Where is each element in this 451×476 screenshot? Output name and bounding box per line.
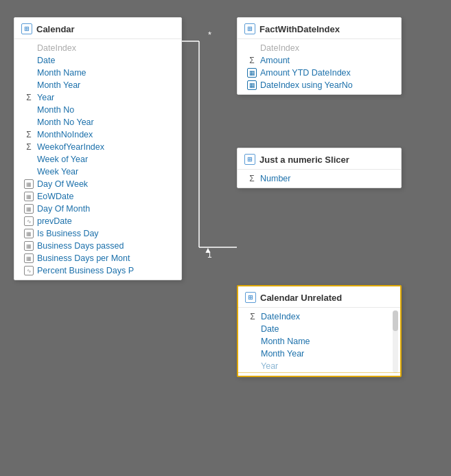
- unrelated-table-card: ⊞ Calendar Unrelated Σ DateIndex Date Mo…: [237, 285, 402, 377]
- field-label: Business Days per Mont: [37, 253, 130, 263]
- calendar-card-header: ⊞ Calendar: [14, 18, 181, 39]
- slicer-card-title: Just a numeric Slicer: [259, 155, 349, 165]
- list-item[interactable]: ▦ Business Days per Mont: [14, 252, 181, 264]
- list-item[interactable]: Month No: [14, 104, 181, 116]
- fact-table-card: ⊞ FactWithDateIndex DateIndex Σ Amount ▦…: [237, 17, 402, 95]
- field-label: Amount: [260, 56, 290, 65]
- field-label: Day Of Month: [37, 204, 90, 214]
- calendar-table-card: ⊞ Calendar DateIndex Date Month Name Mon…: [14, 17, 182, 280]
- list-item[interactable]: Month Year: [238, 348, 400, 360]
- list-item[interactable]: DateIndex: [14, 42, 181, 54]
- list-item[interactable]: ▦ Is Business Day: [14, 227, 181, 240]
- slicer-card-body: Σ Number: [238, 170, 401, 188]
- unrelated-table-icon: ⊞: [245, 292, 256, 303]
- list-item[interactable]: ∿ Percent Business Days P: [14, 264, 181, 277]
- unrelated-card-body: Σ DateIndex Date Month Name Month Year Y…: [238, 308, 400, 376]
- sigma-icon: Σ: [24, 142, 34, 152]
- field-label: Number: [260, 174, 290, 183]
- list-item[interactable]: ▦ EoWDate: [14, 190, 181, 203]
- fact-table-icon: ⊞: [244, 23, 255, 34]
- list-item[interactable]: Σ Year: [14, 91, 181, 104]
- list-item[interactable]: Month Year: [14, 79, 181, 91]
- calendar-field-icon: ▦: [24, 204, 34, 214]
- percent-icon: ∿: [24, 216, 34, 226]
- calendar-field-icon: ▦: [24, 229, 34, 238]
- svg-text:1: 1: [207, 250, 212, 260]
- field-label: Month Year: [261, 349, 304, 359]
- list-item[interactable]: ▦ Business Days passed: [14, 240, 181, 252]
- list-item[interactable]: DateIndex: [238, 42, 401, 54]
- no-icon: [248, 324, 257, 334]
- list-item[interactable]: Date: [238, 323, 400, 335]
- no-icon: [24, 105, 34, 115]
- field-label: DateIndex using YearNo: [260, 80, 353, 90]
- field-label: MonthNoIndex: [37, 130, 93, 139]
- list-item[interactable]: Week of Year: [14, 153, 181, 166]
- list-item[interactable]: ▦ DateIndex using YearNo: [238, 79, 401, 91]
- sigma-icon: Σ: [247, 174, 257, 183]
- sigma-icon: Σ: [24, 93, 34, 102]
- field-label: Percent Business Days P: [37, 266, 134, 275]
- calendar-table-icon: ⊞: [21, 23, 32, 34]
- field-label: Amount YTD DateIndex: [260, 68, 351, 78]
- field-label: EoWDate: [37, 192, 74, 201]
- no-icon: [248, 349, 257, 359]
- field-label: Date: [37, 56, 55, 65]
- list-item[interactable]: Month No Year: [14, 116, 181, 128]
- no-icon: [248, 361, 257, 371]
- no-icon: [24, 167, 34, 177]
- calendar-card-title: Calendar: [36, 24, 75, 34]
- list-item[interactable]: ∿ prevDate: [14, 215, 181, 227]
- calc-icon: ▦: [247, 80, 257, 90]
- field-label: DateIndex: [37, 43, 76, 53]
- field-label: Month Name: [261, 337, 310, 346]
- field-label: Month No Year: [37, 117, 94, 127]
- scrollbar-thumb[interactable]: [393, 310, 398, 331]
- list-item[interactable]: Month Name: [238, 335, 400, 348]
- list-item[interactable]: ▦ Day Of Week: [14, 178, 181, 190]
- list-item[interactable]: Σ WeekofYearIndex: [14, 141, 181, 153]
- calendar-card-body: DateIndex Date Month Name Month Year Σ Y…: [14, 39, 181, 280]
- field-label: Year: [37, 93, 54, 102]
- list-item[interactable]: Year: [238, 360, 400, 373]
- sigma-icon: Σ: [247, 56, 257, 65]
- field-label: Month Name: [37, 68, 86, 78]
- calendar-field-icon: ▦: [24, 192, 34, 201]
- fact-card-body: DateIndex Σ Amount ▦ Amount YTD DateInde…: [238, 39, 401, 94]
- slicer-table-card: ⊞ Just a numeric Slicer Σ Number: [237, 148, 402, 188]
- field-label: WeekofYearIndex: [37, 142, 104, 152]
- field-label: DateIndex: [260, 43, 299, 53]
- svg-text:*: *: [208, 30, 211, 40]
- list-item[interactable]: Σ Number: [238, 172, 401, 185]
- field-label: Month No: [37, 105, 74, 115]
- no-icon: [24, 68, 34, 78]
- list-item[interactable]: ▦ Amount YTD DateIndex: [238, 67, 401, 79]
- list-item[interactable]: Date: [14, 54, 181, 67]
- no-icon: [24, 80, 34, 90]
- field-label: Week of Year: [37, 155, 88, 164]
- calendar-field-icon: ▦: [24, 179, 34, 189]
- slicer-table-icon: ⊞: [244, 154, 255, 165]
- field-label: Business Days passed: [37, 241, 124, 251]
- list-item[interactable]: Week Year: [14, 166, 181, 178]
- svg-text:▲: ▲: [204, 245, 212, 255]
- fact-card-header: ⊞ FactWithDateIndex: [238, 18, 401, 39]
- field-label: Day Of Week: [37, 179, 88, 189]
- calendar-field-icon: ▦: [24, 241, 34, 251]
- list-item[interactable]: Month Name: [14, 67, 181, 79]
- field-label: Is Business Day: [37, 229, 99, 238]
- field-label: Week Year: [37, 167, 78, 177]
- list-item[interactable]: Σ MonthNoIndex: [14, 128, 181, 141]
- no-icon: [247, 43, 257, 53]
- calc-icon: ▦: [247, 68, 257, 78]
- unrelated-card-title: Calendar Unrelated: [260, 293, 342, 303]
- list-item[interactable]: ▦ Day Of Month: [14, 203, 181, 215]
- no-icon: [248, 337, 257, 346]
- sigma-icon: Σ: [24, 130, 34, 139]
- percent-icon: ∿: [24, 266, 34, 275]
- calendar-field-icon: ▦: [24, 253, 34, 263]
- field-label: Date: [261, 324, 279, 334]
- list-item[interactable]: Σ DateIndex: [238, 310, 400, 323]
- field-label: Month Year: [37, 80, 80, 90]
- list-item[interactable]: Σ Amount: [238, 54, 401, 67]
